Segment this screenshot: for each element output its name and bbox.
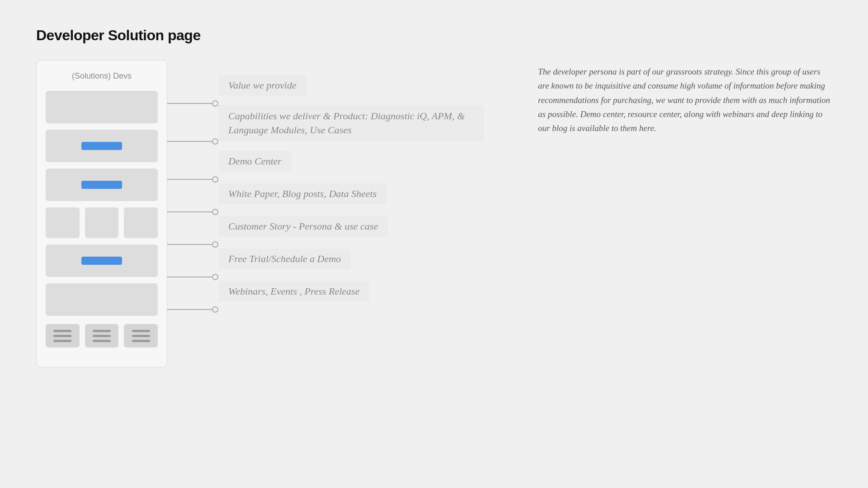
mockup-lines-3	[132, 330, 150, 342]
connector-circle-1	[212, 100, 218, 107]
connector-row-3	[167, 163, 218, 196]
connectors-area	[167, 60, 218, 326]
right-section: Value we provide Capabilities we deliver…	[167, 60, 832, 326]
label-row-4: White Paper, Blog posts, Data Sheets	[218, 178, 484, 210]
description-text: The developer persona is part of our gra…	[538, 65, 832, 136]
mockup-panel: (Solutions) Devs	[36, 60, 167, 367]
connector-line-5	[167, 244, 212, 245]
mockup-line	[132, 330, 150, 332]
mockup-line	[53, 340, 71, 342]
connector-row-7	[167, 293, 218, 326]
mockup-lines-2	[93, 330, 111, 342]
mockup-label: (Solutions) Devs	[72, 71, 132, 81]
connector-line-6	[167, 277, 212, 277]
connector-line-3	[167, 179, 212, 180]
connector-circle-4	[212, 209, 218, 215]
connector-circle-2	[212, 138, 218, 145]
label-row-7: Webinars, Events , Press Release	[218, 275, 484, 308]
label-row-2: Capabilities we deliver & Product: Diagn…	[218, 102, 484, 145]
label-row-5: Customer Story - Persona & use case	[218, 210, 484, 243]
mockup-line	[132, 335, 150, 337]
mockup-block-2	[46, 130, 158, 162]
label-customer: Customer Story - Persona & use case	[218, 216, 388, 237]
label-demo: Demo Center	[218, 151, 292, 172]
mockup-line	[93, 340, 111, 342]
mockup-small-block-2	[85, 207, 119, 238]
mockup-footer-block-3	[124, 324, 158, 347]
mockup-line	[93, 335, 111, 337]
page-title: Developer Solution page	[36, 27, 832, 44]
label-row-1: Value we provide	[218, 69, 484, 102]
connector-line-1	[167, 103, 212, 104]
mockup-footer-block-2	[85, 324, 119, 347]
label-webinars: Webinars, Events , Press Release	[218, 281, 369, 302]
label-value: Value we provide	[218, 75, 307, 96]
description-box: The developer persona is part of our gra…	[538, 60, 832, 136]
mockup-footer-row	[46, 324, 158, 347]
mockup-block-1	[46, 91, 158, 123]
connector-row-4	[167, 196, 218, 228]
connector-row-1	[167, 87, 218, 120]
label-freetrial: Free Trial/Schedule a Demo	[218, 249, 351, 269]
mockup-lines-1	[53, 330, 71, 342]
connector-row-2	[167, 120, 218, 163]
mockup-blue-bar-1	[81, 142, 122, 150]
labels-area: Value we provide Capabilities we deliver…	[218, 60, 484, 308]
mockup-block-5	[46, 283, 158, 316]
mockup-footer-block-1	[46, 324, 80, 347]
connector-circle-3	[212, 176, 218, 183]
mockup-line	[53, 330, 71, 332]
connector-circle-5	[212, 241, 218, 248]
top-row: (Solutions) Devs	[36, 60, 832, 367]
mockup-line	[53, 335, 71, 337]
connector-line-7	[167, 309, 212, 310]
mockup-line	[132, 340, 150, 342]
connector-circle-6	[212, 274, 218, 280]
connector-line-4	[167, 211, 212, 212]
connector-row-5	[167, 228, 218, 261]
page-container: Developer Solution page (Solutions) Devs	[36, 27, 832, 461]
mockup-small-block-1	[46, 207, 80, 238]
connector-circle-7	[212, 306, 218, 313]
connector-line-2	[167, 141, 212, 142]
mockup-block-3	[46, 169, 158, 201]
mockup-line	[93, 330, 111, 332]
mockup-small-row	[46, 207, 158, 238]
label-whitepaper: White Paper, Blog posts, Data Sheets	[218, 183, 387, 204]
connector-row-6	[167, 261, 218, 293]
mockup-block-4	[46, 244, 158, 277]
label-row-3: Demo Center	[218, 145, 484, 178]
label-capabilities: Capabilities we deliver & Product: Diagn…	[218, 105, 484, 142]
mockup-blue-bar-3	[81, 257, 122, 265]
label-row-6: Free Trial/Schedule a Demo	[218, 243, 484, 275]
mockup-blue-bar-2	[81, 181, 122, 189]
mockup-small-block-3	[124, 207, 158, 238]
